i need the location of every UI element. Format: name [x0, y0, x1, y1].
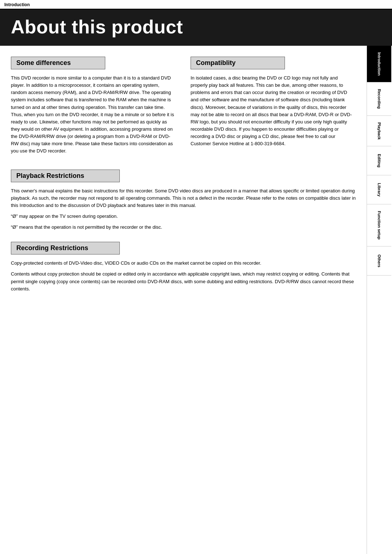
recording-restrictions-header: Recording Restrictions — [11, 242, 120, 254]
right-sidebar: Introduction Recording Playback Editing … — [367, 46, 391, 554]
sidebar-item-function-setup[interactable]: Function setup — [367, 204, 391, 247]
compatiblity-section: Compatiblity In isolated cases, a disc b… — [191, 57, 356, 159]
recording-restrictions-section: Recording Restrictions Copy-protected co… — [11, 242, 356, 293]
compatiblity-header: Compatiblity — [191, 57, 285, 69]
top-bar: Introduction — [0, 0, 392, 9]
recording-restrictions-body: Copy-protected contents of DVD-Video dis… — [11, 260, 356, 293]
sidebar-item-recording[interactable]: Recording — [367, 82, 391, 115]
some-differences-section: Some differences This DVD recorder is mo… — [11, 57, 176, 159]
compatiblity-body: In isolated cases, a disc bearing the DV… — [191, 74, 356, 147]
top-bar-label: Introduction — [4, 2, 30, 7]
page-title: About this product — [11, 16, 381, 38]
playback-restrictions-section: Playback Restrictions This owner's manua… — [11, 170, 356, 231]
sidebar-item-others[interactable]: Others — [367, 247, 391, 276]
sidebar-item-editing[interactable]: Editing — [367, 146, 391, 175]
playback-restrictions-header: Playback Restrictions — [11, 170, 120, 182]
main-content: Some differences This DVD recorder is mo… — [0, 46, 392, 554]
some-differences-header: Some differences — [11, 57, 105, 69]
sidebar-item-playback[interactable]: Playback — [367, 116, 391, 147]
sidebar-item-introduction[interactable]: Introduction — [367, 46, 391, 82]
content-area: Some differences This DVD recorder is mo… — [0, 46, 367, 554]
title-section: About this product — [0, 9, 392, 46]
playback-restrictions-body: This owner's manual explains the basic i… — [11, 187, 356, 231]
two-col-top: Some differences This DVD recorder is mo… — [11, 57, 356, 159]
some-differences-body: This DVD recorder is more similar to a c… — [11, 74, 176, 155]
sidebar-item-library[interactable]: Library — [367, 175, 391, 204]
